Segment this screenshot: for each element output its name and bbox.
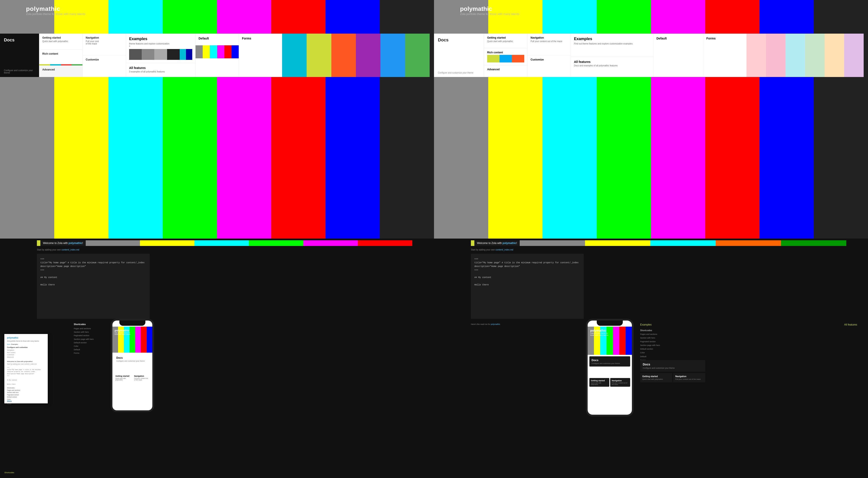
sc-page-hero-q4[interactable]: Section page with hero (640, 344, 857, 347)
q4-gs-card: Getting started Quick start with polymat… (640, 373, 672, 382)
theme-author-q3[interactable]: Shortcodes (4, 472, 14, 474)
forms-panel-q2: Forms (703, 34, 746, 77)
quadrant-bottom-left: Welcome to Zola with polymathic! Start b… (0, 238, 434, 478)
sc-section-page[interactable]: Section page with hero (74, 338, 113, 341)
sc-default-section[interactable]: Default section (74, 341, 113, 344)
nav-cust-q2[interactable]: Customize (528, 56, 571, 77)
sc-color[interactable]: Color (74, 344, 113, 348)
sc-hero-q4[interactable]: Section with hero (640, 336, 857, 340)
nav-gs-desc-q2: Quick start with polymathic (487, 40, 524, 42)
forms-panel-q1: Forms (239, 34, 282, 77)
all-features-q1[interactable]: All features 3 examples of all polymathi… (126, 63, 195, 77)
phone-r-nav-t: Navigation (612, 380, 629, 382)
forms-title-q2: Forms (706, 37, 743, 40)
phone-r-docs-title: Docs (592, 358, 628, 362)
sc-paginated[interactable]: Paginated section (74, 334, 113, 337)
nav-adv-q2[interactable]: Advanced (484, 65, 527, 77)
right-color-bars-q1 (282, 34, 430, 77)
docs-title-q1: Docs (4, 37, 35, 42)
doc-content-q3: Shortcodes Pages and sections Section wi… (7, 387, 45, 405)
all-features-link-q4[interactable]: All features (844, 323, 857, 326)
doc-preview-nav-q3: Docs Examples (7, 344, 45, 345)
phone-nav-desc: Pull your content out of the maze. (134, 378, 149, 381)
code-line-6: ## My content (40, 276, 146, 279)
start-text-q3: Start by adding your own content/_index.… (37, 249, 79, 251)
examples-link-q4[interactable]: Examples (640, 323, 652, 326)
nav-cust-title: Customize (86, 58, 123, 61)
phone-notch-right (597, 321, 623, 326)
code-editor-q3: +++ title="My home page" # title is the … (37, 254, 150, 319)
welcome-poly-q4: polymathic (503, 242, 516, 245)
doc-github-link-q3[interactable]: Github (7, 400, 11, 402)
nav-rc-title-q2: Rich content (487, 51, 524, 54)
nav-rc-q2[interactable]: Rich content (484, 49, 527, 65)
sc-default[interactable]: Default (74, 348, 113, 351)
phone-r-poly: polymathic (590, 329, 609, 332)
readme-link-q4[interactable]: polymathic (491, 323, 500, 325)
welcome-bar-q4: Welcome to Zola with polymathic! (471, 240, 846, 246)
rc-img-q2 (487, 55, 524, 62)
nav-nav-desc-q2: Pull your content out of the maze (531, 40, 568, 42)
nav-nav-q2[interactable]: Navigation Pull your content out of the … (528, 34, 571, 56)
q4-code-2: title="My home page" # title is the mini… (474, 261, 580, 264)
examples-title-q2: Examples (574, 37, 650, 41)
nav-navigation-q1[interactable]: Navigation Pull your contof the maze (83, 34, 126, 56)
start-link-q4[interactable]: content/_index.md (495, 249, 513, 251)
code-editor-q4: +++ title="My home page" # title is the … (471, 254, 584, 319)
phone-docs-sub: Configure and customize your theme (116, 360, 148, 362)
nav-customize-q1[interactable]: Customize (83, 56, 126, 77)
q4-code-6: ## My content (474, 276, 580, 279)
examples-main-q2[interactable]: Examples Find out theme features and exp… (571, 34, 653, 57)
nav-rich-content-q1[interactable]: Rich content (39, 50, 83, 65)
docs-sidebar-q2: Docs Configure and customize your theme (434, 34, 484, 77)
doc-section-title: Configure and customize (7, 346, 45, 348)
q4-gs-title: Getting started (642, 375, 670, 378)
code-line-1: +++ (40, 257, 146, 261)
sc-forms[interactable]: Forms (74, 351, 113, 355)
phone-r-gs-t: Getting started (591, 380, 608, 382)
q4-code-1: +++ (474, 257, 580, 261)
right-panels-q2 (746, 34, 864, 77)
doc-preview-q3: polymathic Zola portfolio theme for thos… (4, 334, 48, 404)
phone-title-text: polymathic (115, 329, 130, 332)
phone-gs-desc: Quick start with polymathic (116, 378, 131, 381)
forms-label-q2[interactable]: Forms (703, 34, 746, 43)
forms-label-q1[interactable]: Forms (239, 34, 282, 43)
nav-advanced-q1[interactable]: Advanced (39, 65, 83, 77)
docs-subtitle-q2: Configure and customize your theme (438, 71, 480, 74)
examples-main-q1[interactable]: Examples theme features and explore cust… (126, 34, 195, 63)
phone-r-nav-cards: Getting started Quick start with polymat… (589, 378, 630, 387)
sc-default-q4[interactable]: Default section (640, 347, 857, 351)
start-link-q3[interactable]: content/_index.md (61, 249, 79, 251)
sc-default2-q4[interactable]: Default (640, 355, 857, 358)
examples-colorbars (129, 49, 192, 60)
default-colors (195, 45, 239, 58)
sc-pages-q4[interactable]: Pages and sections (640, 332, 857, 336)
shortcodes-list-q4: Shortcodes Pages and sections Section wi… (640, 328, 857, 362)
sc-paginated-q4[interactable]: Paginated section (640, 340, 857, 344)
doc-start-q3: Start by adding your own content/_index.… (7, 363, 45, 365)
default-panel-q1: Default (195, 34, 239, 77)
nav-gs-q2[interactable]: Getting started Quick start with polymat… (484, 34, 527, 49)
q4-code-4: +++ (474, 268, 580, 272)
sc-title-q4: Shortcodes (640, 328, 857, 332)
all-features-q2[interactable]: All features Docs and examples of all po… (571, 57, 653, 77)
phone-sub-text: Zola portfolio theme forthose with many … (115, 332, 130, 335)
phone-r-docs-card: Docs Configure and customize your theme (589, 356, 630, 367)
nav-nav-desc: Pull your contof the maze (86, 40, 123, 45)
nav-nav-title-q2: Navigation (531, 36, 568, 39)
sc-section-hero[interactable]: Section with hero (74, 330, 113, 334)
sc-pages[interactable]: Pages and sections (74, 327, 113, 330)
default-label-q2[interactable]: Default (653, 34, 703, 43)
phone-gs-title: Getting started (116, 375, 131, 377)
default-label-q1[interactable]: Default (195, 34, 239, 43)
doc-welcome-q3: Welcome to Zola with polymathic! (7, 360, 45, 362)
docs-sidebar-q1: Docs Configure and customize your theme (0, 34, 39, 77)
nav-getting-started-q1[interactable]: Getting started Quick start with polymat… (39, 34, 83, 50)
phone-mockup-left-q3: polymathic Zola portfolio theme forthose… (111, 319, 154, 412)
poly-subtitle-q2: Zola portfolio theme for those with many… (460, 12, 519, 15)
examples-title-q1: Examples (129, 37, 192, 41)
sc-color-q4[interactable]: Color (640, 351, 857, 355)
shortcodes-list-q3: Pages and sections Section with hero Pag… (74, 327, 113, 355)
welcome-accent-text-q3: polymathic (69, 242, 82, 245)
